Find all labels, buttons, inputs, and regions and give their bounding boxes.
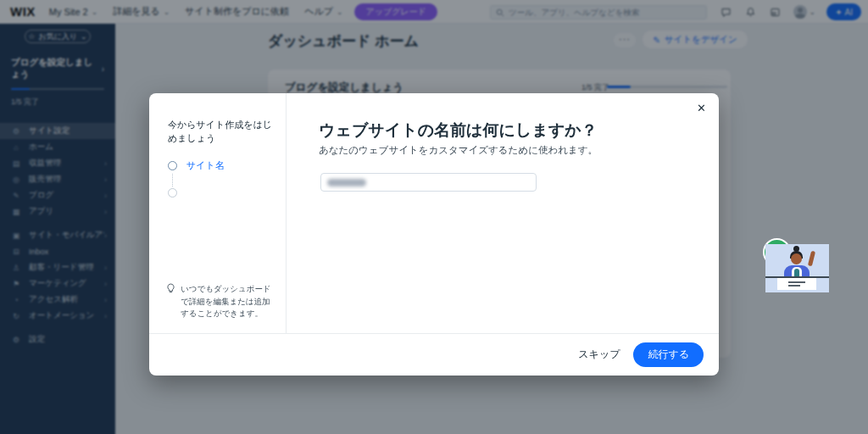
step-next[interactable] [168, 188, 269, 198]
skip-button[interactable]: スキップ [578, 348, 620, 362]
site-name-field[interactable] [320, 173, 537, 192]
steps-intro-text: 今からサイト作成をはじめましょう [168, 119, 273, 146]
step-site-name[interactable]: サイト名 [168, 159, 269, 172]
modal-subheading: あなたのウェブサイトをカスタマイズするために使われます。 [319, 144, 598, 157]
modal-footer: スキップ 続行する [149, 333, 719, 376]
lightbulb-icon [166, 283, 175, 320]
site-name-modal: ✕ 今からサイト作成をはじめましょう サイト名 いつでもダッシュボードで詳細を編… [149, 93, 719, 376]
tip: いつでもダッシュボードで詳細を編集または追加することができます。 [166, 283, 278, 320]
step-label: サイト名 [186, 159, 225, 172]
redacted-value-blur [327, 179, 366, 186]
tip-text: いつでもダッシュボードで詳細を編集または追加することができます。 [181, 283, 278, 320]
person-illustration [765, 244, 829, 292]
modal-heading: ウェブサイトの名前は何にしますか？ [319, 120, 598, 142]
step-radio-icon [168, 161, 177, 170]
step-connector [172, 174, 269, 186]
stepper: サイト名 [168, 159, 269, 198]
continue-button[interactable]: 続行する [633, 342, 704, 367]
modal-body: ウェブサイトの名前は何にしますか？ あなたのウェブサイトをカスタマイズするために… [287, 93, 719, 333]
modal-steps-panel: 今からサイト作成をはじめましょう サイト名 いつでもダッシュボードで詳細を編集ま… [149, 93, 287, 333]
step-radio-icon [168, 188, 177, 198]
